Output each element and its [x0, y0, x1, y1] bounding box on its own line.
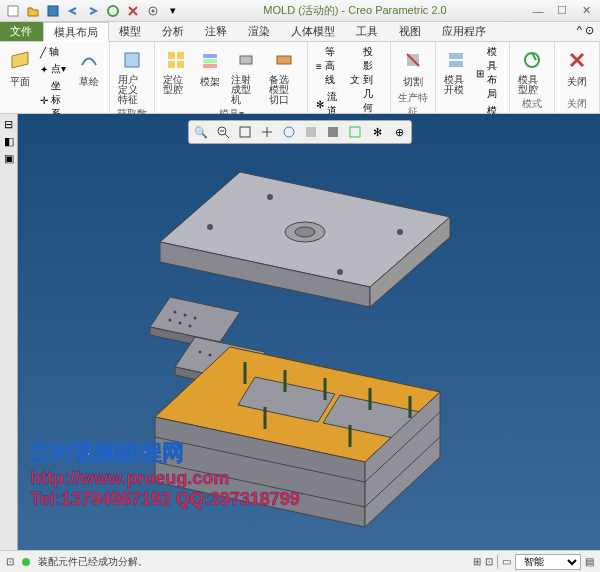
section-icon[interactable] [301, 123, 321, 141]
menubar: 文件 模具布局 模型 分析 注释 渲染 人体模型 工具 视图 应用程序 ^ ⊙ [0, 22, 600, 42]
ribbon-group-getdata: 用户定义特征 获取数据 [110, 42, 155, 113]
mold-cavity-button[interactable]: 模具型腔 [516, 44, 548, 97]
ribbon-group-design: ≡等高线 ✻流道 ⊙轮廓曲线 文投影到几何 ◐顶杆孔 设计特征 [308, 42, 391, 113]
svg-point-42 [179, 322, 182, 325]
redraw-icon[interactable] [279, 123, 299, 141]
select-mode-icon[interactable]: ⊡ [485, 556, 493, 567]
ribbon: 平面 ╱轴 ✦点▾ ✛坐标系 草绘 基准▾ 用户定义特征 获取数据 定位型腔 模… [0, 42, 600, 114]
svg-rect-0 [8, 6, 18, 16]
mold-layout-analysis-button[interactable]: ⊞模具布局 [474, 44, 503, 102]
svg-point-38 [174, 311, 177, 314]
svg-point-41 [169, 319, 172, 322]
sketch-button[interactable]: 草绘 [75, 44, 103, 91]
ribbon-group-production: 切割 生产特征 [391, 42, 436, 113]
folder-icon[interactable]: ▣ [4, 152, 14, 165]
regen-icon[interactable] [104, 2, 122, 20]
cavity-layout-button[interactable]: 定位型腔 [161, 44, 191, 97]
moldbase-button[interactable]: 模架 [195, 44, 225, 91]
svg-line-20 [225, 134, 229, 138]
annotate-icon[interactable]: ⊕ [389, 123, 409, 141]
contour-button[interactable]: ≡等高线 [314, 44, 344, 88]
geom-filter-icon[interactable]: ▭ [502, 556, 511, 567]
ribbon-group-close: 关闭 关闭 [555, 42, 600, 113]
qat-dropdown-icon[interactable]: ▾ [164, 2, 182, 20]
watermark-url: http://www.proeug.com [30, 468, 300, 489]
svg-rect-22 [240, 127, 250, 137]
tab-manikin[interactable]: 人体模型 [281, 22, 346, 41]
alt-cutout-button[interactable]: 备选模型切口 [267, 44, 301, 107]
tab-applications[interactable]: 应用程序 [432, 22, 497, 41]
status-dot-icon [22, 558, 30, 566]
status-menu-icon[interactable]: ▤ [585, 556, 594, 567]
point-button[interactable]: ✦点▾ [38, 61, 71, 77]
refit-icon[interactable] [257, 123, 277, 141]
watermark-contact: Tel:13794987192 QQ:397318799 [30, 489, 300, 510]
save-icon[interactable] [44, 2, 62, 20]
quick-access-toolbar: ▾ [4, 2, 182, 20]
tree-icon[interactable]: ⊟ [4, 118, 13, 131]
tab-render[interactable]: 渲染 [238, 22, 281, 41]
axis-button[interactable]: ╱轴 [38, 44, 71, 60]
injection-button[interactable]: 注射成型机 [229, 44, 263, 107]
close-mode-button[interactable]: 关闭 [561, 44, 593, 91]
tab-model[interactable]: 模型 [109, 22, 152, 41]
plane-button[interactable]: 平面 [6, 44, 34, 91]
svg-rect-7 [177, 52, 184, 59]
svg-rect-14 [277, 56, 291, 64]
style-icon[interactable]: ✻ [367, 123, 387, 141]
status-indicator-icon: ⊡ [6, 556, 14, 567]
redo-icon[interactable] [84, 2, 102, 20]
tab-annotate[interactable]: 注释 [195, 22, 238, 41]
zoom-out-icon[interactable] [213, 123, 233, 141]
svg-rect-9 [177, 61, 184, 68]
tab-analysis[interactable]: 分析 [152, 22, 195, 41]
viewport[interactable]: ⊟ ◧ ▣ 🔍 ✻ ⊕ [0, 114, 600, 550]
axis-icon: ╱ [40, 47, 46, 58]
project-geom-button[interactable]: 文投影到几何 [348, 44, 384, 116]
shade-icon[interactable] [323, 123, 343, 141]
svg-rect-16 [449, 53, 463, 59]
point-icon: ✦ [40, 64, 48, 75]
new-icon[interactable] [4, 2, 22, 20]
layout-icon: ⊞ [476, 68, 484, 79]
statusbar: ⊡ 装配元件已经成功分解。 ⊞ ⊡ ▭ 智能 ▤ [0, 550, 600, 572]
titlebar: ▾ MOLD (活动的) - Creo Parametric 2.0 — ☐ ✕ [0, 0, 600, 22]
window-controls: — ☐ ✕ [528, 3, 596, 19]
filter-icon[interactable]: ⊞ [473, 556, 481, 567]
wireframe-icon[interactable] [345, 123, 365, 141]
svg-point-47 [209, 354, 212, 357]
zoom-in-icon[interactable]: 🔍 [191, 123, 211, 141]
group-label-close: 关闭 [561, 97, 593, 111]
svg-point-32 [207, 224, 213, 230]
svg-point-35 [337, 269, 343, 275]
status-message: 装配元件已经成功分解。 [38, 555, 148, 569]
open-icon[interactable] [24, 2, 42, 20]
contour-icon: ≡ [316, 61, 322, 72]
svg-rect-17 [449, 61, 463, 67]
cut-button[interactable]: 切割 [397, 44, 429, 91]
settings-icon[interactable] [144, 2, 162, 20]
close-window-icon[interactable] [124, 2, 142, 20]
tab-view[interactable]: 视图 [389, 22, 432, 41]
svg-point-33 [397, 229, 403, 235]
group-label-mode: 模式 [516, 97, 548, 111]
mold-open-button[interactable]: 模具开模 [442, 44, 470, 97]
layers-icon[interactable]: ◧ [4, 135, 14, 148]
close-button[interactable]: ✕ [576, 3, 596, 19]
zoom-fit-icon[interactable] [235, 123, 255, 141]
left-sidebar: ⊟ ◧ ▣ [0, 114, 18, 550]
svg-rect-6 [168, 52, 175, 59]
ribbon-help-icon[interactable]: ^ ⊙ [571, 22, 600, 41]
svg-point-2 [108, 6, 118, 16]
tab-tools[interactable]: 工具 [346, 22, 389, 41]
maximize-button[interactable]: ☐ [552, 3, 572, 19]
file-menu[interactable]: 文件 [0, 22, 43, 41]
view-toolbar: 🔍 ✻ ⊕ [188, 120, 412, 144]
csys-icon: ✛ [40, 95, 48, 106]
minimize-button[interactable]: — [528, 3, 548, 19]
undo-icon[interactable] [64, 2, 82, 20]
svg-point-40 [194, 317, 197, 320]
udf-button[interactable]: 用户定义特征 [116, 44, 148, 107]
tab-mold-layout[interactable]: 模具布局 [43, 22, 109, 42]
selection-filter[interactable]: 智能 [515, 554, 581, 570]
